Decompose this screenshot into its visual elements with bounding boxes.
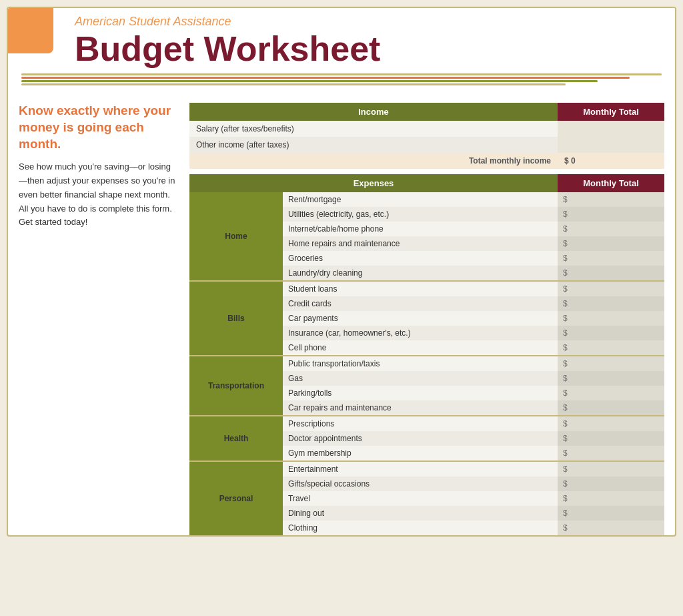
expense-label: Gifts/special occasions (283, 477, 558, 491)
expense-value-cell[interactable] (558, 192, 664, 207)
expense-value-cell[interactable] (558, 266, 664, 281)
expense-label: Parking/tolls (283, 386, 558, 400)
expenses-header: Expenses (189, 174, 558, 192)
table-row: Salary (after taxes/benefits) (189, 121, 664, 137)
expense-label: Doctor appointments (283, 431, 558, 446)
expense-label: Gym membership (283, 446, 558, 461)
expense-value-cell[interactable] (558, 491, 664, 506)
expense-input-field[interactable] (563, 268, 659, 278)
expense-label: Public transportation/taxis (283, 356, 558, 371)
category-bills: Bills (189, 281, 283, 356)
expense-input-field[interactable] (563, 434, 659, 443)
expense-label: Car repairs and maintenance (283, 400, 558, 416)
expense-value-cell[interactable] (558, 416, 664, 431)
category-personal: Personal (189, 461, 283, 535)
category-health: Health (189, 416, 283, 461)
expense-input-field[interactable] (563, 239, 659, 248)
expense-value-cell[interactable] (558, 446, 664, 461)
expense-label: Clothing (283, 521, 558, 535)
expense-input-field[interactable] (563, 210, 659, 219)
right-panel: Income Monthly Total Salary (after taxes… (189, 103, 664, 535)
expense-value-cell[interactable] (558, 400, 664, 416)
expense-label: Rent/mortgage (283, 192, 558, 207)
expense-input-field[interactable] (563, 374, 659, 383)
expense-label: Internet/cable/home phone (283, 222, 558, 236)
expense-value-cell[interactable] (558, 356, 664, 371)
org-name: American Student Assistance (75, 15, 662, 29)
expense-value-cell[interactable] (558, 251, 664, 266)
expense-input-field[interactable] (563, 328, 659, 338)
orange-tab (8, 8, 53, 53)
expense-label: Prescriptions (283, 416, 558, 431)
expense-input-field[interactable] (563, 343, 659, 352)
expense-value-cell[interactable] (558, 431, 664, 446)
page-wrapper: American Student Assistance Budget Works… (7, 7, 676, 537)
expense-label: Insurance (car, homeowner's, etc.) (283, 326, 558, 340)
expense-label: Gas (283, 371, 558, 386)
table-row: HealthPrescriptions (189, 416, 664, 431)
left-panel: Know exactly where your money is going e… (19, 103, 179, 535)
deco-line-2 (21, 77, 630, 79)
expense-value-cell[interactable] (558, 477, 664, 491)
expense-value-cell[interactable] (558, 296, 664, 311)
deco-line-1 (21, 73, 662, 75)
expense-value-cell[interactable] (558, 311, 664, 326)
expense-input-field[interactable] (563, 388, 659, 398)
income-row-1-field[interactable] (563, 124, 659, 133)
expense-input-field[interactable] (563, 448, 659, 458)
expense-label: Utilities (electricity, gas, etc.) (283, 207, 558, 222)
expense-input-field[interactable] (563, 359, 659, 368)
income-row-2-input[interactable] (558, 137, 664, 153)
category-home: Home (189, 192, 283, 281)
expense-value-cell[interactable] (558, 386, 664, 400)
expense-value-cell[interactable] (558, 207, 664, 222)
expense-input-field[interactable] (563, 224, 659, 234)
expense-value-cell[interactable] (558, 326, 664, 340)
income-row-1-input[interactable] (558, 121, 664, 137)
expense-value-cell[interactable] (558, 281, 664, 296)
expense-value-cell[interactable] (558, 461, 664, 477)
header: American Student Assistance Budget Works… (8, 8, 675, 85)
table-row: BillsStudent loans (189, 281, 664, 296)
expense-label: Entertainment (283, 461, 558, 477)
income-row-2-field[interactable] (563, 140, 659, 149)
expense-value-cell[interactable] (558, 371, 664, 386)
main-content: Know exactly where your money is going e… (8, 92, 675, 535)
deco-line-4 (21, 83, 566, 85)
decorative-lines (21, 73, 662, 85)
expense-input-field[interactable] (563, 419, 659, 428)
expense-input-field[interactable] (563, 403, 659, 412)
expense-label: Cell phone (283, 340, 558, 356)
expense-value-cell[interactable] (558, 521, 664, 535)
description: See how much you're saving—or losing—the… (19, 160, 179, 230)
expense-input-field[interactable] (563, 523, 659, 533)
expenses-table: Expenses Monthly Total HomeRent/mortgage… (189, 174, 664, 535)
expense-value-cell[interactable] (558, 506, 664, 521)
expense-input-field[interactable] (563, 195, 659, 204)
expense-value-cell[interactable] (558, 222, 664, 236)
income-total-row: Total monthly income $ 0 (189, 153, 664, 169)
expense-value-cell[interactable] (558, 236, 664, 251)
income-total-value: $ 0 (558, 153, 664, 169)
expense-input-field[interactable] (563, 494, 659, 503)
expense-label: Dining out (283, 506, 558, 521)
expense-input-field[interactable] (563, 254, 659, 263)
expense-input-field[interactable] (563, 465, 659, 474)
deco-line-3 (21, 80, 598, 82)
expense-input-field[interactable] (563, 284, 659, 294)
income-total-label: Total monthly income (189, 153, 558, 169)
table-row: HomeRent/mortgage (189, 192, 664, 207)
expenses-monthly-total-header: Monthly Total (558, 174, 664, 192)
expense-label: Car payments (283, 311, 558, 326)
expense-label: Home repairs and maintenance (283, 236, 558, 251)
expense-input-field[interactable] (563, 509, 659, 518)
expense-input-field[interactable] (563, 314, 659, 323)
income-table: Income Monthly Total Salary (after taxes… (189, 103, 664, 169)
expense-label: Travel (283, 491, 558, 506)
expense-input-field[interactable] (563, 299, 659, 308)
expense-label: Laundry/dry cleaning (283, 266, 558, 281)
expense-value-cell[interactable] (558, 340, 664, 356)
expense-label: Groceries (283, 251, 558, 266)
expense-input-field[interactable] (563, 479, 659, 489)
table-row: TransportationPublic transportation/taxi… (189, 356, 664, 371)
